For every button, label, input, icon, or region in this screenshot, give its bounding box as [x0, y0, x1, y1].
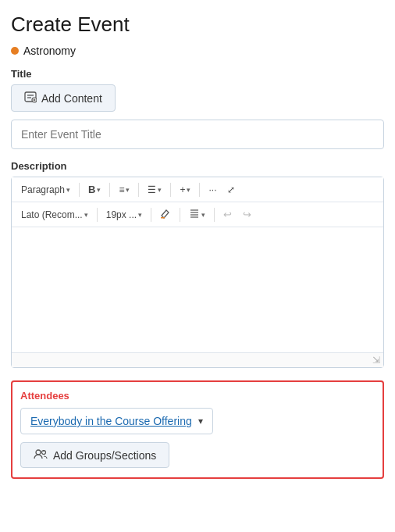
- editor-resize-handle: ⇲: [12, 352, 383, 367]
- attendees-section: Attendees Everybody in the Course Offeri…: [11, 380, 384, 479]
- paragraph-chevron: ▾: [66, 186, 70, 194]
- fullscreen-icon: ⤢: [227, 184, 235, 195]
- course-badge: Astronomy: [11, 45, 384, 57]
- editor-toolbar-row2: Lato (Recom... ▾ 19px ... ▾: [12, 202, 383, 227]
- sep7: [151, 208, 151, 222]
- size-label: 19px ...: [106, 209, 137, 220]
- paint-button[interactable]: [155, 205, 176, 223]
- course-name: Astronomy: [23, 45, 76, 57]
- undo-button[interactable]: ↩: [219, 206, 237, 223]
- redo-icon: ↪: [243, 209, 251, 220]
- size-chevron: ▾: [138, 211, 142, 219]
- add-content-label: Add Content: [41, 92, 102, 105]
- bold-dropdown[interactable]: B ▾: [84, 181, 105, 198]
- editor-toolbar-row1: Paragraph ▾ B ▾ ≡ ▾ ☰ ▾ + ▾: [12, 177, 383, 202]
- attendees-label: Attendees: [20, 390, 375, 402]
- page-container: Create Event Astronomy Title Add Content…: [0, 0, 395, 532]
- groups-icon: [34, 448, 48, 462]
- description-label: Description: [11, 160, 384, 172]
- svg-point-11: [36, 450, 41, 455]
- add-groups-button[interactable]: Add Groups/Sections: [20, 442, 169, 468]
- editor-body[interactable]: [12, 227, 383, 352]
- size-dropdown[interactable]: 19px ... ▾: [101, 207, 147, 223]
- font-label: Lato (Recom...: [21, 209, 83, 220]
- sep4: [170, 183, 171, 197]
- paragraph-label: Paragraph: [21, 184, 65, 195]
- add-content-button[interactable]: Add Content: [11, 84, 116, 112]
- more-icon: ···: [208, 184, 216, 195]
- insert-chevron: ▾: [187, 186, 190, 194]
- sep3: [138, 183, 139, 197]
- sep2: [109, 183, 110, 197]
- insert-icon: +: [180, 184, 185, 195]
- font-chevron: ▾: [84, 211, 88, 219]
- line-spacing-dropdown[interactable]: ▾: [184, 205, 210, 223]
- description-editor: Paragraph ▾ B ▾ ≡ ▾ ☰ ▾ + ▾: [11, 177, 384, 368]
- attendees-dropdown[interactable]: Everybody in the Course Offering ▾: [20, 408, 213, 434]
- add-content-icon: [24, 91, 37, 105]
- paint-icon: [160, 208, 171, 221]
- sep6: [97, 208, 98, 222]
- paragraph-dropdown[interactable]: Paragraph ▾: [16, 182, 75, 198]
- list-icon: ☰: [148, 184, 156, 195]
- list-chevron: ▾: [158, 186, 162, 194]
- line-spacing-icon: [189, 208, 200, 221]
- sep1: [79, 183, 80, 197]
- more-button[interactable]: ···: [204, 182, 221, 198]
- redo-button[interactable]: ↪: [238, 206, 256, 223]
- list-dropdown[interactable]: ☰ ▾: [143, 182, 166, 198]
- bold-chevron: ▾: [97, 186, 101, 194]
- fullscreen-button[interactable]: ⤢: [222, 182, 240, 198]
- undo-icon: ↩: [223, 209, 232, 220]
- align-icon: ≡: [119, 184, 124, 195]
- line-spacing-chevron: ▾: [201, 211, 205, 219]
- attendees-dropdown-text: Everybody in the Course Offering: [30, 415, 192, 427]
- event-title-input[interactable]: [11, 120, 384, 149]
- insert-dropdown[interactable]: + ▾: [175, 182, 195, 198]
- align-chevron: ▾: [126, 186, 130, 194]
- sep9: [214, 208, 215, 222]
- font-dropdown[interactable]: Lato (Recom... ▾: [16, 207, 93, 223]
- course-dot: [11, 47, 19, 55]
- svg-rect-6: [161, 217, 165, 219]
- title-label: Title: [11, 68, 384, 80]
- page-title: Create Event: [11, 12, 384, 37]
- align-dropdown[interactable]: ≡ ▾: [114, 182, 134, 198]
- sep8: [180, 208, 180, 222]
- sep5: [199, 183, 200, 197]
- attendees-chevron-icon: ▾: [198, 416, 203, 427]
- add-groups-label: Add Groups/Sections: [53, 449, 156, 462]
- bold-icon: B: [88, 184, 95, 195]
